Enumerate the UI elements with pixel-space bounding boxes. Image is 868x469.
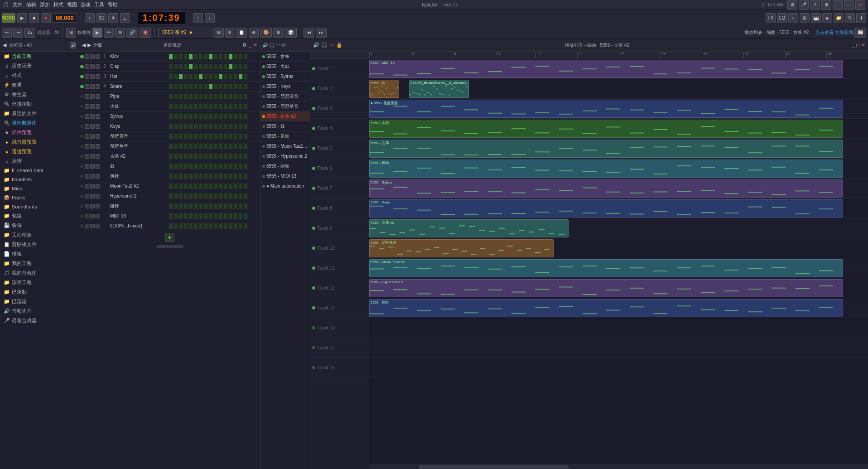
erase-tool[interactable]: ⊖	[115, 28, 125, 38]
step-btn[interactable]	[198, 173, 203, 179]
sidebar-item-misc[interactable]: 📁 Misc	[0, 184, 79, 193]
seq-track-row[interactable]: 琵琶震音	[79, 131, 260, 141]
step-btn[interactable]	[243, 203, 248, 209]
seq-steps[interactable]	[169, 183, 259, 189]
bar-btn[interactable]: ⚌	[120, 13, 130, 23]
ch-options-icon[interactable]: ⚙	[282, 43, 286, 48]
step-btn[interactable]	[223, 183, 228, 189]
step-btn[interactable]	[183, 173, 188, 179]
seq-mute-btn[interactable]	[85, 124, 89, 129]
step-btn[interactable]	[223, 93, 228, 100]
playlist-track-label[interactable]: Track 16	[310, 358, 369, 378]
seq-fx-btn[interactable]	[96, 94, 100, 99]
step-btn[interactable]	[208, 193, 213, 199]
seq-mute-btn[interactable]	[85, 134, 89, 139]
step-btn[interactable]	[174, 133, 178, 140]
seq-track-row[interactable]: 碰铃	[79, 201, 260, 211]
seq-solo-btn[interactable]	[90, 204, 95, 208]
seq-solo-btn[interactable]	[90, 154, 95, 159]
step-btn[interactable]	[193, 123, 198, 130]
step-btn[interactable]	[208, 103, 213, 110]
step-btn[interactable]	[198, 53, 203, 60]
step-btn[interactable]	[178, 163, 183, 169]
step-btn[interactable]	[218, 183, 223, 189]
pl-maximize-icon[interactable]: □	[856, 43, 859, 48]
bpm-display[interactable]: 86.000	[53, 13, 77, 23]
step-btn[interactable]	[193, 193, 198, 199]
step-btn[interactable]	[193, 53, 198, 60]
step-btn[interactable]	[174, 103, 178, 110]
step-btn[interactable]	[228, 83, 233, 90]
plugin-btn[interactable]: 🔌	[845, 13, 855, 23]
step-btn[interactable]	[174, 123, 178, 130]
seq-fx-btn[interactable]	[96, 164, 100, 169]
step-btn[interactable]	[198, 193, 203, 199]
seq-solo-btn[interactable]	[90, 94, 95, 99]
sidebar-item-template[interactable]: 📄 模板	[0, 249, 79, 259]
step-btn[interactable]	[208, 133, 213, 140]
step-btn[interactable]	[198, 153, 203, 160]
step-btn[interactable]	[188, 133, 193, 140]
horizontal-scrollbar[interactable]	[369, 464, 868, 469]
step-btn[interactable]	[233, 223, 238, 229]
rand-btn[interactable]: 🎲	[285, 28, 297, 38]
sidebar-item-packs[interactable]: 📦 Packs	[0, 193, 79, 202]
seq-steps[interactable]	[169, 93, 259, 100]
snap-btn[interactable]: ⊞	[66, 28, 76, 38]
playlist-track-label[interactable]: Track 3	[310, 99, 369, 119]
step-btn[interactable]	[223, 113, 228, 120]
tracks-scroll-area[interactable]: 5555 - MIDI 135169%_BristolStones__d_chi…	[369, 59, 868, 464]
step-btn[interactable]	[228, 223, 233, 229]
step-btn[interactable]	[188, 123, 193, 130]
seq-steps[interactable]	[169, 63, 259, 70]
seq-steps[interactable]	[169, 203, 259, 209]
song-mode-btn[interactable]: SONG	[2, 13, 15, 23]
step-btn[interactable]	[203, 143, 208, 150]
channel-row[interactable]: 5555 - Keys	[260, 82, 310, 92]
step-btn[interactable]	[188, 223, 193, 229]
step-btn[interactable]	[193, 103, 198, 110]
sidebar-item-il-shared[interactable]: 📁 IL shared data	[0, 166, 79, 175]
step-btn[interactable]	[203, 83, 208, 90]
step-btn[interactable]	[178, 83, 183, 90]
sidebar-item-impulses[interactable]: 📁 Impulses	[0, 175, 79, 184]
step-btn[interactable]	[203, 183, 208, 189]
step-btn[interactable]	[228, 73, 233, 80]
seq-fx-btn[interactable]	[96, 114, 100, 119]
seq-fx-btn[interactable]	[96, 174, 100, 179]
seq-mute-btn[interactable]	[85, 54, 89, 59]
step-btn[interactable]	[213, 193, 218, 199]
step-btn[interactable]	[218, 123, 223, 130]
sidebar-item-effects[interactable]: ⚡ 效果	[0, 80, 79, 90]
step-btn[interactable]	[243, 223, 248, 229]
step-btn[interactable]	[213, 63, 218, 70]
step-btn[interactable]	[233, 153, 238, 160]
playlist-track-label[interactable]: Track 9	[310, 218, 369, 238]
step-btn[interactable]	[243, 73, 248, 80]
track-clip[interactable]: 5555 - Hypersonic 2	[369, 279, 843, 297]
step-btn[interactable]	[243, 183, 248, 189]
seq-solo-btn[interactable]	[90, 54, 95, 59]
step-btn[interactable]	[223, 83, 228, 90]
step-btn[interactable]	[223, 123, 228, 130]
channel-row[interactable]: 5555 - 碰铃	[260, 161, 310, 171]
color-btn[interactable]: 🎨	[260, 28, 272, 38]
sidebar-item-recorded[interactable]: 📁 已录制	[0, 287, 79, 297]
seq-steps[interactable]	[169, 123, 259, 130]
step-btn[interactable]	[213, 223, 218, 229]
step-btn[interactable]	[193, 143, 198, 150]
mute-tool[interactable]: 🔇	[140, 28, 151, 38]
step-btn[interactable]	[243, 213, 248, 219]
step-btn[interactable]	[218, 173, 223, 179]
playlist-track-row[interactable]: 5555 - 古筝 #2	[369, 218, 868, 238]
channel-row[interactable]: 5555 - 琵琶震音	[260, 92, 310, 102]
step-btn[interactable]	[233, 143, 238, 150]
step-btn[interactable]	[174, 153, 178, 160]
pl-close-icon[interactable]: ✕	[861, 42, 865, 48]
time-sig-btn[interactable]: 32	[96, 13, 106, 23]
seq-steps[interactable]	[169, 133, 259, 140]
step-btn[interactable]	[188, 63, 193, 70]
seq-steps[interactable]	[169, 113, 259, 120]
step-btn[interactable]	[233, 113, 238, 120]
seq-mute-btn[interactable]	[85, 144, 89, 149]
